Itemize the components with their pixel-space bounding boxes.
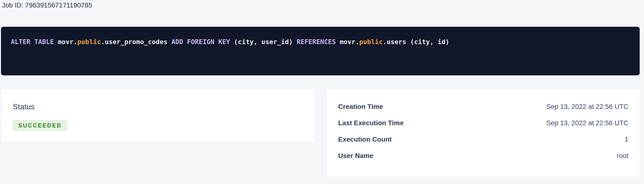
- sql-token-schema: public: [359, 38, 383, 46]
- detail-label: Last Execution Time: [338, 119, 404, 127]
- detail-value: Sep 13, 2022 at 22:56 UTC: [546, 103, 628, 110]
- detail-row-user-name: User Name root: [338, 148, 628, 164]
- sql-statement-panel: ALTER TABLE movr.public.user_promo_codes…: [1, 27, 640, 76]
- detail-value: 1: [624, 136, 628, 143]
- detail-value: Sep 13, 2022 at 22:56 UTC: [546, 119, 628, 127]
- detail-label: Creation Time: [338, 103, 383, 110]
- sql-token-keyword: REFERENCES: [297, 38, 340, 46]
- detail-label: User Name: [338, 152, 373, 160]
- sql-token-schema: public: [77, 38, 101, 46]
- status-card-title: Status: [13, 102, 303, 112]
- detail-row-execution-count: Execution Count 1: [338, 131, 628, 148]
- job-details-card: Creation Time Sep 13, 2022 at 22:56 UTC …: [326, 89, 640, 178]
- job-id-value: 796391567171190785: [25, 2, 92, 9]
- sql-token-identifier: movr.: [58, 38, 77, 46]
- detail-row-creation-time: Creation Time Sep 13, 2022 at 22:56 UTC: [338, 98, 628, 115]
- status-badge: SUCCEEDED: [13, 120, 67, 131]
- sql-token-identifier: .user_promo_codes: [101, 38, 172, 46]
- status-card: Status SUCCEEDED: [1, 89, 315, 142]
- job-id-label: Job ID:: [2, 2, 25, 9]
- sql-token-identifier: (city, user_id): [234, 38, 297, 46]
- sql-token-keyword: ADD FOREIGN KEY: [172, 38, 234, 46]
- sql-token-identifier: movr.: [340, 38, 359, 46]
- detail-label: Execution Count: [338, 136, 392, 143]
- sql-token-identifier: .users (city, id): [383, 38, 449, 46]
- job-id-heading: Job ID: 796391567171190785: [2, 1, 92, 10]
- sql-token-keyword: ALTER TABLE: [11, 38, 58, 46]
- detail-value: root: [617, 152, 628, 160]
- detail-row-last-execution-time: Last Execution Time Sep 13, 2022 at 22:5…: [338, 115, 628, 131]
- sql-statement: ALTER TABLE movr.public.user_promo_codes…: [11, 38, 630, 46]
